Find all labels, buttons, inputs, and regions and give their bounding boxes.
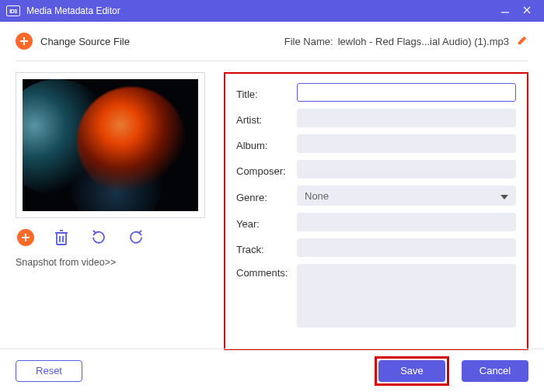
track-input[interactable] <box>297 238 516 257</box>
app-icon: ID3 <box>6 5 20 16</box>
rotate-left-button[interactable] <box>89 227 109 248</box>
minimize-icon <box>500 5 510 15</box>
rotate-right-icon <box>127 229 145 246</box>
plus-icon <box>21 233 30 242</box>
album-input[interactable] <box>297 134 516 153</box>
rotate-left-icon <box>90 229 107 246</box>
comments-label: Comments: <box>236 264 297 279</box>
app-title: Media Metadata Editor <box>26 5 494 16</box>
year-input[interactable] <box>297 213 516 231</box>
chevron-down-icon <box>500 190 508 202</box>
art-toolbar <box>16 227 205 248</box>
album-art[interactable] <box>23 79 198 211</box>
track-label: Track: <box>236 241 297 255</box>
reset-button[interactable]: Reset <box>16 360 82 382</box>
title-input[interactable] <box>297 83 516 102</box>
file-name-label: File Name: <box>284 36 333 47</box>
pencil-icon <box>517 34 528 46</box>
cancel-button[interactable]: Cancel <box>462 360 528 382</box>
trash-icon <box>54 229 69 246</box>
genre-select[interactable]: None <box>297 186 516 206</box>
plus-icon <box>19 36 29 46</box>
delete-art-button[interactable] <box>51 227 71 248</box>
artist-input[interactable] <box>297 109 516 127</box>
metadata-form: Title: Artist: Album: Composer: Genre: N… <box>224 72 528 350</box>
save-button[interactable]: Save <box>378 360 445 382</box>
change-source-link[interactable]: Change Source File <box>40 36 130 47</box>
album-art-container <box>16 72 205 218</box>
add-art-button[interactable] <box>17 229 34 246</box>
album-label: Album: <box>236 137 297 151</box>
svg-rect-7 <box>57 233 66 245</box>
edit-filename-button[interactable] <box>517 34 528 48</box>
save-highlight: Save <box>375 356 449 386</box>
year-label: Year: <box>236 215 297 230</box>
composer-label: Composer: <box>236 162 297 177</box>
top-row: Change Source File File Name: lewloh - R… <box>16 33 528 61</box>
footer: Reset Save Cancel <box>0 349 544 392</box>
artist-label: Artist: <box>236 111 297 126</box>
comments-input[interactable] <box>297 264 516 328</box>
change-source-add-button[interactable] <box>16 33 33 50</box>
titlebar: ID3 Media Metadata Editor <box>0 0 544 22</box>
minimize-button[interactable] <box>494 5 516 17</box>
file-name-value: lewloh - Red Flags...ial Audio) (1).mp3 <box>338 36 509 47</box>
close-button[interactable] <box>516 5 538 17</box>
genre-value: None <box>305 190 329 202</box>
genre-label: Genre: <box>236 189 297 203</box>
rotate-right-button[interactable] <box>126 227 146 248</box>
title-label: Title: <box>236 85 297 100</box>
composer-input[interactable] <box>297 160 516 179</box>
close-icon <box>522 5 532 15</box>
snapshot-link[interactable]: Snapshot from video>> <box>16 257 205 268</box>
